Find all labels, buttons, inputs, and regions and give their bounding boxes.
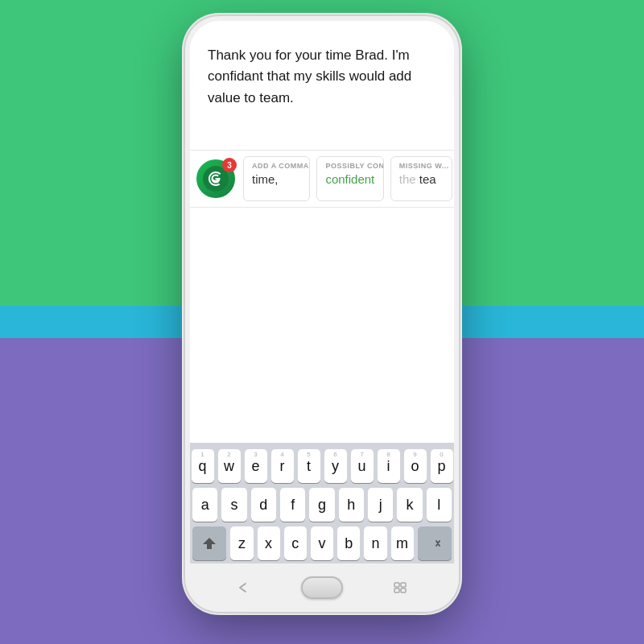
key-j[interactable]: j	[368, 488, 393, 522]
message-area: Thank you for your time Brad. I'm confid…	[190, 21, 454, 150]
svg-rect-6	[401, 583, 406, 587]
keyboard-row-1: 1q 2w 3e 4r 5t 6y 7u 8i 9o 0p	[192, 449, 452, 483]
key-r[interactable]: 4r	[271, 449, 294, 483]
home-button[interactable]	[301, 576, 343, 599]
key-c[interactable]: c	[284, 526, 307, 560]
svg-rect-1	[207, 547, 212, 549]
back-nav-icon[interactable]	[235, 579, 253, 597]
grammarly-toolbar: 3 ADD A COMMA time, POSSIBLY CONFUSED WO…	[190, 150, 454, 208]
keyboard-row-2: a s d f g h j k l	[192, 488, 452, 522]
suggestion-missing-word-value: the tea	[399, 172, 444, 186]
key-h[interactable]: h	[339, 488, 364, 522]
key-f[interactable]: f	[280, 488, 305, 522]
key-t[interactable]: 5t	[298, 449, 320, 483]
key-v[interactable]: v	[311, 526, 333, 560]
key-d[interactable]: d	[251, 488, 276, 522]
suggestion-confused-word-value: confident	[325, 172, 374, 186]
suggestion-confused-word-label: POSSIBLY CONFUSED WORD	[325, 162, 374, 170]
key-y[interactable]: 6y	[324, 449, 347, 483]
recents-nav-icon[interactable]	[391, 579, 409, 597]
notification-badge: 3	[222, 158, 237, 172]
key-e[interactable]: 3e	[245, 449, 267, 483]
svg-rect-8	[401, 588, 406, 592]
key-o[interactable]: 9o	[404, 449, 427, 483]
key-a[interactable]: a	[192, 488, 217, 522]
key-g[interactable]: g	[309, 488, 334, 522]
key-s[interactable]: s	[221, 488, 246, 522]
suggestion-add-comma-value: time,	[252, 172, 301, 186]
backspace-icon	[426, 537, 444, 550]
keyboard-row-3: z x c v b n m	[192, 526, 452, 560]
suggestion-missing-word[interactable]: MISSING W... the tea	[390, 156, 452, 201]
suggestion-missing-word-label: MISSING W...	[399, 162, 444, 170]
home-area	[185, 564, 459, 612]
phone-frame: Thank you for your time Brad. I'm confid…	[185, 16, 459, 612]
key-z[interactable]: z	[230, 526, 253, 560]
grammarly-logo-wrap[interactable]: 3	[196, 159, 235, 198]
phone-inner: Thank you for your time Brad. I'm confid…	[190, 21, 454, 607]
svg-rect-7	[394, 588, 399, 592]
key-u[interactable]: 7u	[351, 449, 374, 483]
key-n[interactable]: n	[364, 526, 386, 560]
backspace-key[interactable]	[418, 526, 452, 560]
key-p[interactable]: 0p	[431, 449, 453, 483]
key-q[interactable]: 1q	[192, 449, 214, 483]
message-text: Thank you for your time Brad. I'm confid…	[208, 45, 436, 109]
shift-icon	[202, 536, 217, 551]
key-w[interactable]: 2w	[218, 449, 241, 483]
key-k[interactable]: k	[397, 488, 422, 522]
key-l[interactable]: l	[427, 488, 452, 522]
suggestion-confused-word[interactable]: POSSIBLY CONFUSED WORD confident	[316, 156, 383, 201]
key-m[interactable]: m	[391, 526, 414, 560]
suggestion-add-comma[interactable]: ADD A COMMA time,	[243, 156, 310, 201]
key-x[interactable]: x	[258, 526, 280, 560]
svg-rect-5	[394, 583, 399, 587]
suggestion-add-comma-label: ADD A COMMA	[252, 162, 301, 170]
shift-key[interactable]	[192, 526, 226, 560]
key-i[interactable]: 8i	[378, 449, 400, 483]
screen: Thank you for your time Brad. I'm confid…	[190, 21, 454, 607]
key-b[interactable]: b	[337, 526, 360, 560]
